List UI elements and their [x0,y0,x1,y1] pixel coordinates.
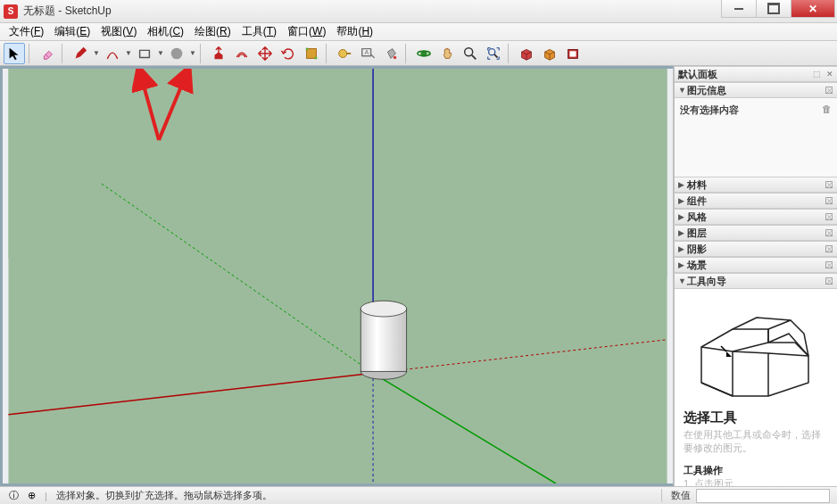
line-tool-dropdown[interactable]: ▼ [93,49,100,57]
panel-layers[interactable]: ▶图层⮽ [675,225,837,241]
viewport[interactable] [0,66,674,486]
disclosure-icon: ▼ [678,86,687,95]
svg-rect-1 [140,50,150,57]
instructor-op-title: 工具操作 [684,464,828,477]
geo-icon[interactable]: ⊕ [28,490,36,501]
tape-tool[interactable] [334,43,355,64]
layout-tool[interactable] [562,43,584,64]
panel-close-icon[interactable]: ⮽ [825,212,833,222]
warehouse-tool[interactable] [516,43,537,64]
window-controls [722,0,835,18]
text-tool[interactable]: A [357,43,378,64]
panel-close-icon[interactable]: ⮽ [825,244,833,254]
panel-scenes[interactable]: ▶场景⮽ [675,257,837,273]
select-tool[interactable] [4,43,25,64]
svg-point-9 [394,55,397,59]
menu-h[interactable]: 帮助(H) [331,22,378,41]
menu-w[interactable]: 窗口(W) [282,22,331,41]
svg-point-12 [465,47,473,55]
panel-components[interactable]: ▶组件⮽ [675,193,837,209]
title-bar: S 无标题 - SketchUp [0,0,837,23]
extension-tool[interactable] [539,43,560,64]
disclosure-icon: ▶ [678,228,687,237]
close-button[interactable] [791,0,835,18]
disclosure-icon: ▶ [678,260,687,269]
rotate-tool[interactable] [278,43,299,64]
instructor-body: 选择工具 在使用其他工具或命令时，选择要修改的图元。 工具操作 1. 点击图元。… [675,289,837,486]
svg-rect-5 [315,56,318,59]
svg-rect-25 [360,309,406,371]
circle-tool[interactable] [166,43,187,64]
panel-close-icon[interactable]: ⮽ [825,180,833,190]
zoom-extents-tool[interactable] [483,43,504,64]
menu-bar: 文件(F)编辑(E)视图(V)相机(C)绘图(R)工具(T)窗口(W)帮助(H) [0,23,837,41]
svg-rect-4 [306,47,309,50]
svg-point-13 [489,48,495,54]
right-panel: 默认面板 ⬚✕ ▼图元信息⮽没有选择内容🗑▶材料⮽▶组件⮽▶风格⮽▶图层⮽▶阴影… [674,66,837,486]
panel-close-icon[interactable]: ⮽ [825,228,833,238]
instructor-desc: 在使用其他工具或命令时，选择要修改的图元。 [684,428,828,455]
panel-close-icon[interactable]: ⮽ [825,277,833,286]
disclosure-icon: ▶ [678,212,687,221]
svg-point-26 [360,301,406,317]
panel-materials[interactable]: ▶材料⮽ [675,177,837,193]
panel-entity-info[interactable]: ▼图元信息⮽ [675,82,837,98]
pushpull-tool[interactable] [208,43,229,64]
menu-v[interactable]: 视图(V) [95,22,142,41]
disclosure-icon: ▼ [678,277,687,285]
status-bar: ⓘ ⊕ | 选择对象。切换到扩充选择。拖动鼠标选择多项。 数值 [0,486,837,504]
minimize-button[interactable] [721,0,757,18]
scale-tool[interactable] [301,43,322,64]
entity-info-body: 没有选择内容🗑 [675,98,837,177]
arc-tool[interactable] [102,43,123,64]
help-icon[interactable]: ⓘ [9,489,19,502]
pin-icon: ⬚ [813,70,821,78]
svg-text:A: A [364,47,369,55]
eraser-tool[interactable] [37,43,58,64]
arc-tool-dropdown[interactable]: ▼ [125,49,132,57]
vcb-input[interactable] [696,489,830,503]
disclosure-icon: ▶ [678,196,687,205]
offset-tool[interactable] [231,43,253,64]
svg-rect-15 [569,51,576,56]
tray-title[interactable]: 默认面板 ⬚✕ [675,66,837,82]
disclosure-icon: ▶ [678,180,687,189]
panel-close-icon[interactable]: ⮽ [825,260,833,270]
shape-tool[interactable] [134,43,155,64]
panel-instructor[interactable]: ▼工具向导⮽ [675,273,837,289]
shape-tool-dropdown[interactable]: ▼ [157,49,164,57]
status-hint: 选择对象。切换到扩充选择。拖动鼠标选择多项。 [56,489,272,502]
menu-c[interactable]: 相机(C) [142,22,189,41]
panel-close-icon[interactable]: ⮽ [825,86,833,95]
pan-tool[interactable] [436,43,458,64]
orbit-tool[interactable] [413,43,435,64]
paint-tool[interactable] [380,43,402,64]
line-tool[interactable] [70,43,91,64]
move-tool[interactable] [254,43,276,64]
panel-styles[interactable]: ▶风格⮽ [675,209,837,225]
disclosure-icon: ▶ [678,244,687,253]
menu-e[interactable]: 编辑(E) [49,22,95,41]
window-title: 无标题 - SketchUp [23,4,112,19]
menu-r[interactable]: 绘图(R) [189,22,236,41]
maximize-button[interactable] [756,0,791,18]
zoom-tool[interactable] [460,43,481,64]
close-tray-icon: ✕ [826,70,833,78]
panel-shadows[interactable]: ▶阴影⮽ [675,241,837,257]
svg-point-2 [171,47,183,59]
app-icon: S [4,4,18,19]
vcb-label: 数值 [661,489,691,502]
circle-tool-dropdown[interactable]: ▼ [189,49,196,57]
menu-f[interactable]: 文件(F) [4,22,49,41]
toolbar: ▼▼▼▼A [0,41,837,66]
panel-close-icon[interactable]: ⮽ [825,196,833,206]
svg-point-6 [339,49,347,57]
menu-t[interactable]: 工具(T) [236,22,282,41]
entity-pin-icon[interactable]: 🗑 [822,103,832,114]
instructor-title: 选择工具 [684,409,828,426]
